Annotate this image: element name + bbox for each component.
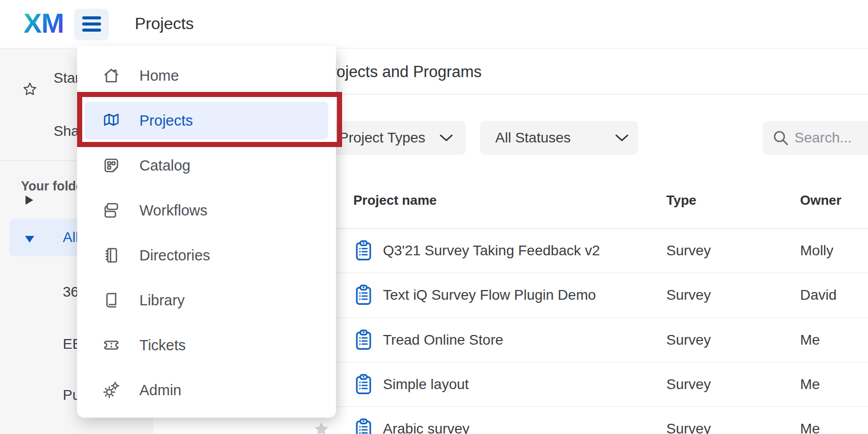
project-types-dropdown[interactable]: Project Types — [332, 121, 466, 155]
chevron-down-icon — [439, 134, 453, 142]
star-outline-icon — [23, 82, 37, 96]
project-owner: David — [800, 287, 837, 303]
survey-icon — [355, 284, 372, 306]
hamburger-menu-button[interactable] — [74, 9, 109, 40]
project-name[interactable]: Text iQ Survey Flow Plugin Demo — [383, 287, 596, 303]
menu-item-label: Home — [139, 67, 179, 84]
menu-item-label: Admin — [139, 382, 181, 399]
top-bar: XM Projects — [0, 0, 868, 49]
menu-item-label: Tickets — [139, 337, 186, 354]
menu-item-label: Library — [139, 292, 185, 309]
column-header-type[interactable]: Type — [666, 192, 696, 208]
menu-item-label: Projects — [139, 112, 193, 129]
project-type: Survey — [666, 243, 711, 259]
project-types-label: Project Types — [339, 130, 425, 146]
project-name[interactable]: Simple layout — [383, 376, 469, 393]
menu-item-directories[interactable]: Directories — [85, 236, 328, 274]
workflows-icon — [101, 200, 122, 221]
menu-item-label: Catalog — [139, 157, 190, 174]
page-title: Projects and Programs — [321, 63, 481, 81]
search-box[interactable] — [763, 121, 868, 155]
project-owner: Me — [800, 332, 820, 348]
directories-icon — [101, 245, 122, 266]
project-name[interactable]: Arabic survey — [383, 421, 470, 434]
app-window: Starred Shared Your folders All Projects… — [0, 0, 868, 434]
admin-gear-icon — [101, 380, 122, 400]
menu-item-admin[interactable]: Admin — [85, 371, 328, 409]
topbar-title: Projects — [135, 14, 194, 33]
project-name[interactable]: Tread Online Store — [383, 332, 503, 348]
survey-icon — [355, 329, 372, 351]
menu-item-label: Directories — [139, 247, 210, 264]
home-icon — [101, 65, 122, 86]
menu-item-home[interactable]: Home — [85, 57, 328, 94]
collapse-down-icon[interactable] — [25, 236, 34, 243]
projects-icon — [101, 110, 122, 131]
catalog-icon — [101, 155, 122, 176]
tickets-icon — [101, 335, 122, 355]
menu-item-catalog[interactable]: Catalog — [85, 147, 328, 184]
menu-item-workflows[interactable]: Workflows — [85, 191, 328, 229]
menu-item-library[interactable]: Library — [85, 281, 328, 319]
search-input[interactable] — [794, 121, 868, 155]
project-owner: Molly — [800, 243, 833, 259]
survey-icon — [355, 374, 372, 395]
project-owner: Me — [800, 376, 820, 393]
menu-item-tickets[interactable]: Tickets — [85, 326, 328, 364]
xm-logo: XM — [23, 7, 64, 39]
chevron-down-icon — [615, 134, 629, 142]
sidebar-folder-item[interactable]: 36 — [63, 284, 79, 299]
project-type: Survey — [666, 332, 711, 348]
hamburger-icon — [82, 16, 101, 19]
star-icon[interactable] — [314, 421, 329, 434]
statuses-label: All Statuses — [495, 130, 571, 146]
project-owner: Me — [800, 421, 820, 434]
project-name[interactable]: Q3'21 Survey Taking Feedback v2 — [383, 243, 600, 259]
navigation-menu: Home Projects Catalog — [77, 46, 336, 418]
project-type: Survey — [666, 287, 711, 303]
column-header-project-name[interactable]: Project name — [353, 192, 437, 208]
survey-icon — [355, 240, 372, 261]
column-header-owner[interactable]: Owner — [800, 192, 841, 208]
expand-right-icon[interactable] — [26, 196, 33, 205]
menu-item-projects[interactable]: Projects — [85, 102, 328, 139]
menu-item-label: Workflows — [139, 202, 207, 219]
survey-icon — [355, 418, 372, 434]
project-type: Survey — [666, 376, 711, 393]
project-type: Survey — [666, 421, 711, 434]
statuses-dropdown[interactable]: All Statuses — [480, 121, 638, 155]
library-icon — [101, 290, 122, 310]
